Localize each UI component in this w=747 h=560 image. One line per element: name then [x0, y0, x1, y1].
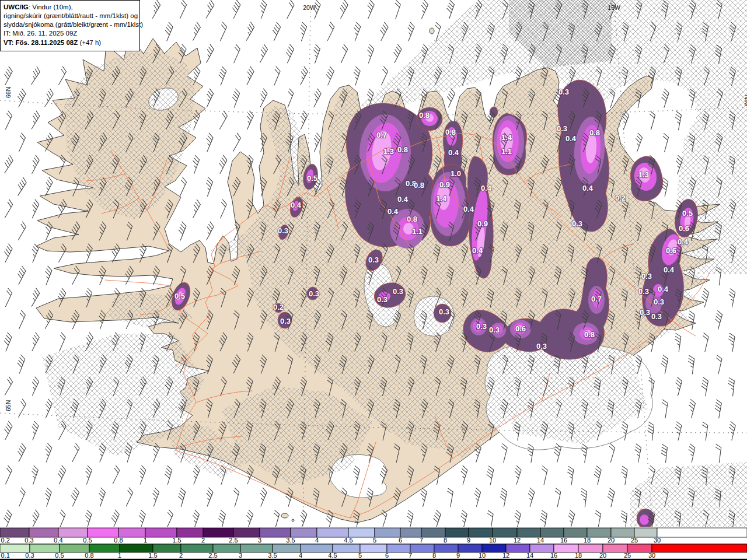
- legend-cell: [273, 544, 301, 552]
- precip-value-label: 0.5: [174, 292, 185, 300]
- precip-value-label: 1.0: [451, 169, 461, 178]
- legend-tick-label: 0.5: [83, 537, 92, 544]
- legend-cell: [506, 544, 530, 552]
- legend-cell: [530, 544, 554, 552]
- precip-value-label: 0.4: [291, 201, 302, 209]
- precip-value-label: 0.3: [558, 88, 569, 96]
- legend-cell: [634, 528, 657, 537]
- legend-tick-label: 1: [144, 537, 147, 544]
- precip-value-label: 0.6: [666, 246, 676, 255]
- legend-tick-label: 12: [514, 537, 521, 544]
- precip-value-label: 0.8: [584, 330, 595, 339]
- legend-color-scales: 0.20.30.40.50.811.522.533.544.5567891012…: [0, 527, 747, 560]
- legend-tick-label: 0.8: [114, 537, 123, 544]
- legend-tick-label: 10: [489, 537, 496, 544]
- legend-tick-label: 0.5: [55, 552, 64, 559]
- precip-value-label: 0.3: [557, 124, 567, 133]
- legend-cell: [469, 528, 493, 537]
- legend-tick-label: 2: [179, 552, 183, 559]
- legend-tick-label: 7: [420, 537, 423, 544]
- precip-value-label: 0.6: [515, 324, 526, 333]
- legend-cell: [291, 528, 317, 537]
- precip-value-label: 0.3: [651, 312, 662, 321]
- legend-tick-label: 20: [608, 537, 615, 544]
- legend-cell: [360, 544, 387, 552]
- precip-value-label: 0.3: [278, 226, 288, 235]
- legend-tick-label: 16: [550, 552, 557, 559]
- legend-cell: [434, 544, 458, 552]
- legend-cell: [587, 528, 611, 537]
- precip-value-label: 0.3: [377, 295, 388, 304]
- precip-value-label: 0.3: [640, 308, 650, 317]
- precip-value-label: 0.3: [393, 287, 403, 296]
- precip-value-label: 0.3: [368, 256, 379, 264]
- legend-cell: [652, 544, 747, 552]
- legend-cell: [333, 544, 360, 552]
- graticule-label: 15W: [608, 4, 620, 11]
- precip-value-label: 0.4: [566, 134, 577, 143]
- precip-value-label: 0.8: [407, 215, 417, 223]
- legend-tick-label: 0.1: [1, 552, 10, 559]
- legend-cell: [627, 544, 652, 552]
- precip-value-label: 0.8: [445, 128, 456, 136]
- legend-cell: [88, 528, 118, 537]
- title-box: UWC/IG: Vindur (10m), rigning/skúrir (gr…: [1, 1, 144, 51]
- blob-big-right: [493, 113, 527, 175]
- legend-cell: [493, 528, 517, 537]
- legend-tick-label: 4: [315, 537, 319, 544]
- legend-tick-label: 5: [373, 537, 376, 544]
- legend-tick-label: 14: [537, 537, 544, 544]
- title-line-3: slydda/snjókoma (grátt/bleikt/grænt - mm…: [4, 21, 143, 28]
- precip-value-label: 0.4: [397, 195, 409, 204]
- legend-tick-label: 2.5: [229, 537, 238, 544]
- legend-cell: [29, 528, 58, 537]
- legend-cell: [233, 528, 260, 537]
- legend-tick-label: 8: [444, 537, 447, 544]
- legend-tick-label: 0.3: [25, 552, 34, 559]
- precip-value-label: 0.2: [615, 194, 626, 202]
- island-skerry: [292, 519, 294, 522]
- legend-cell: [375, 528, 400, 537]
- legend-cell: [578, 544, 603, 552]
- graticule-label: 66N: [743, 95, 747, 106]
- legend-tick-label: 5: [358, 552, 362, 559]
- legend-tick-label: 30: [654, 537, 661, 544]
- legend-tick-label: 2.5: [208, 552, 217, 559]
- legend-cell: [118, 528, 145, 537]
- legend-tick-label: 10: [479, 552, 486, 559]
- legend-tick-label: 1: [118, 552, 121, 559]
- precip-value-label: 0.4: [388, 207, 399, 216]
- precip-value-label: 1.3: [383, 147, 394, 156]
- precip-value-label: 0.3: [489, 326, 500, 334]
- legend-tick-label: 30: [648, 552, 655, 559]
- legend-tick-label: 4.5: [328, 552, 337, 559]
- precip-value-label: 0.3: [476, 322, 487, 331]
- legend-tick-label: 9: [456, 552, 460, 559]
- legend-tick-label: 2: [201, 537, 205, 544]
- legend-cell: [603, 544, 627, 552]
- legend-cell: [554, 544, 578, 552]
- legend-cell: [240, 544, 273, 552]
- precip-value-label: 0.4: [582, 184, 594, 192]
- legend-cell: [657, 528, 747, 537]
- precip-value-label: 1.1: [501, 147, 512, 156]
- precip-value-label: 0.9: [477, 219, 488, 228]
- precip-value-label: 0.5: [682, 209, 693, 218]
- precip-value-label: 0.4: [678, 237, 689, 246]
- legend-cell: [400, 528, 421, 537]
- legend-tick-label: 14: [526, 552, 533, 559]
- precip-value-label: 0.9: [439, 180, 450, 189]
- legend-cell: [60, 544, 89, 552]
- legend-tick-label: 3.5: [268, 552, 277, 559]
- precip-value-label: 0.3: [641, 272, 652, 281]
- legend-cell: [517, 528, 540, 537]
- legend-tick-label: 4: [299, 552, 302, 559]
- precip-value-label: 0.3: [309, 289, 319, 298]
- precip-value-label: 0.4: [664, 265, 675, 274]
- weather-map-page: 0.80.30.71.30.80.80.41.41.11.00.90.80.81…: [0, 0, 747, 560]
- legend-tick-label: 6: [385, 552, 389, 559]
- precip-value-label: 0.7: [376, 131, 387, 139]
- legend-tick-label: 1.5: [172, 537, 181, 544]
- precip-value-label: 0.3: [536, 342, 547, 351]
- precip-value-label: 1.4: [501, 133, 512, 142]
